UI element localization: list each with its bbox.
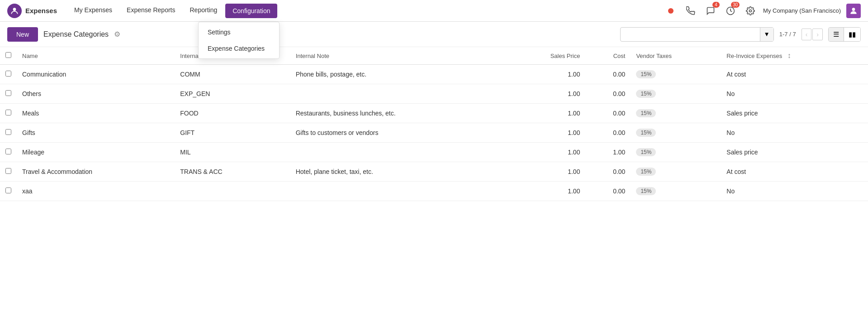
page-settings-icon[interactable]: ⚙: [114, 30, 120, 38]
new-button[interactable]: New: [7, 27, 38, 42]
select-all-header[interactable]: [0, 47, 17, 65]
cell-vendor-taxes: 15%: [631, 143, 721, 162]
column-settings-icon[interactable]: ↕: [787, 52, 791, 59]
nav-item-configuration[interactable]: Configuration: [225, 4, 277, 18]
cell-sales-price: 1.00: [506, 162, 585, 182]
cell-name: Meals: [17, 104, 175, 123]
select-all-checkbox[interactable]: [5, 52, 11, 58]
cell-internal-note: Phone bills, postage, etc.: [290, 65, 507, 84]
nav-item-my-expenses[interactable]: My Expenses: [68, 4, 119, 18]
table-row[interactable]: Travel & Accommodation TRANS & ACC Hotel…: [0, 162, 868, 182]
table-row[interactable]: Others EXP_GEN 1.00 0.00 15% No: [0, 84, 868, 104]
search-input[interactable]: [621, 31, 760, 38]
cell-re-invoice: No: [721, 182, 868, 201]
col-header-sales-price[interactable]: Sales Price: [506, 47, 585, 65]
cell-cost: 0.00: [585, 123, 631, 143]
row-checkbox[interactable]: [5, 149, 11, 154]
tax-badge: 15%: [636, 90, 656, 98]
row-checkbox-cell[interactable]: [0, 182, 17, 201]
view-toggle: ☰ ▮▮: [828, 27, 861, 42]
row-checkbox[interactable]: [5, 129, 11, 135]
table-row[interactable]: xaa 1.00 0.00 15% No: [0, 182, 868, 201]
cell-internal-ref: GIFT: [175, 123, 290, 143]
col-header-cost[interactable]: Cost: [585, 47, 631, 65]
cell-re-invoice: Sales price: [721, 104, 868, 123]
cell-name: xaa: [17, 182, 175, 201]
nav-item-expense-reports[interactable]: Expense Reports: [120, 4, 181, 18]
search-bar: ▼: [620, 27, 774, 42]
activity-badge: 30: [731, 2, 740, 8]
col-header-name[interactable]: Name: [17, 47, 175, 65]
nav-item-reporting[interactable]: Reporting: [184, 4, 224, 18]
cell-vendor-taxes: 15%: [631, 65, 721, 84]
next-page-button[interactable]: ›: [812, 29, 823, 40]
cell-internal-note: [290, 143, 507, 162]
avatar[interactable]: [846, 4, 861, 18]
row-checkbox-cell[interactable]: [0, 84, 17, 104]
row-checkbox-cell[interactable]: [0, 65, 17, 84]
configuration-dropdown: Settings Expense Categories: [198, 22, 280, 59]
cell-cost: 0.00: [585, 84, 631, 104]
table-row[interactable]: Meals FOOD Restaurants, business lunches…: [0, 104, 868, 123]
table-row[interactable]: Mileage MIL 1.00 1.00 15% Sales price: [0, 143, 868, 162]
cell-re-invoice: At cost: [721, 65, 868, 84]
cell-cost: 0.00: [585, 162, 631, 182]
settings-btn[interactable]: [743, 4, 758, 18]
cell-sales-price: 1.00: [506, 143, 585, 162]
row-checkbox[interactable]: [5, 90, 11, 96]
table-row[interactable]: Gifts GIFT Gifts to customers or vendors…: [0, 123, 868, 143]
col-header-re-invoice[interactable]: Re-Invoice Expenses ↕: [721, 47, 868, 65]
table-row[interactable]: Communication COMM Phone bills, postage,…: [0, 65, 868, 84]
row-checkbox-cell[interactable]: [0, 143, 17, 162]
list-view-button[interactable]: ☰: [829, 28, 844, 41]
col-header-internal-note[interactable]: Internal Note: [290, 47, 507, 65]
cell-internal-note: Hotel, plane ticket, taxi, etc.: [290, 162, 507, 182]
cell-cost: 0.00: [585, 182, 631, 201]
cell-name: Communication: [17, 65, 175, 84]
cell-re-invoice: Sales price: [721, 143, 868, 162]
svg-point-4: [852, 8, 855, 11]
cell-internal-note: Gifts to customers or vendors: [290, 123, 507, 143]
col-header-vendor-taxes[interactable]: Vendor Taxes: [631, 47, 721, 65]
nav-menu: My Expenses Expense Reports Reporting Co…: [68, 4, 664, 18]
record-btn[interactable]: [664, 4, 678, 18]
pagination-buttons: ‹ ›: [802, 29, 823, 40]
cell-sales-price: 1.00: [506, 84, 585, 104]
messages-btn[interactable]: 4: [703, 4, 718, 18]
svg-point-0: [13, 8, 16, 11]
prev-page-button[interactable]: ‹: [802, 29, 812, 40]
cell-sales-price: 1.00: [506, 182, 585, 201]
table-header-row: Name Internal Reference Internal Note Sa…: [0, 47, 868, 65]
row-checkbox[interactable]: [5, 168, 11, 174]
cell-name: Others: [17, 84, 175, 104]
cell-vendor-taxes: 15%: [631, 123, 721, 143]
cell-internal-ref: MIL: [175, 143, 290, 162]
row-checkbox-cell[interactable]: [0, 123, 17, 143]
kanban-view-button[interactable]: ▮▮: [844, 28, 860, 41]
cell-internal-ref: COMM: [175, 65, 290, 84]
row-checkbox[interactable]: [5, 71, 11, 77]
pagination-info: 1-7 / 7: [779, 31, 796, 38]
svg-point-3: [749, 10, 752, 12]
messages-badge: 4: [712, 2, 720, 8]
cell-internal-note: Restaurants, business lunches, etc.: [290, 104, 507, 123]
expense-categories-table: Name Internal Reference Internal Note Sa…: [0, 47, 868, 201]
activity-btn[interactable]: 30: [723, 4, 738, 18]
row-checkbox-cell[interactable]: [0, 162, 17, 182]
cell-internal-note: [290, 84, 507, 104]
row-checkbox[interactable]: [5, 110, 11, 115]
cell-cost: 1.00: [585, 143, 631, 162]
phone-btn[interactable]: [683, 4, 698, 18]
tax-badge: 15%: [636, 148, 656, 156]
top-nav: Expenses My Expenses Expense Reports Rep…: [0, 0, 868, 22]
dropdown-item-settings[interactable]: Settings: [199, 24, 279, 40]
dropdown-item-expense-categories[interactable]: Expense Categories: [199, 40, 279, 57]
cell-re-invoice: No: [721, 123, 868, 143]
row-checkbox-cell[interactable]: [0, 104, 17, 123]
app-name: Expenses: [25, 7, 57, 14]
search-dropdown-btn[interactable]: ▼: [760, 28, 773, 41]
tax-badge: 15%: [636, 187, 656, 195]
row-checkbox[interactable]: [5, 187, 11, 193]
tax-badge: 15%: [636, 109, 656, 117]
cell-cost: 0.00: [585, 104, 631, 123]
